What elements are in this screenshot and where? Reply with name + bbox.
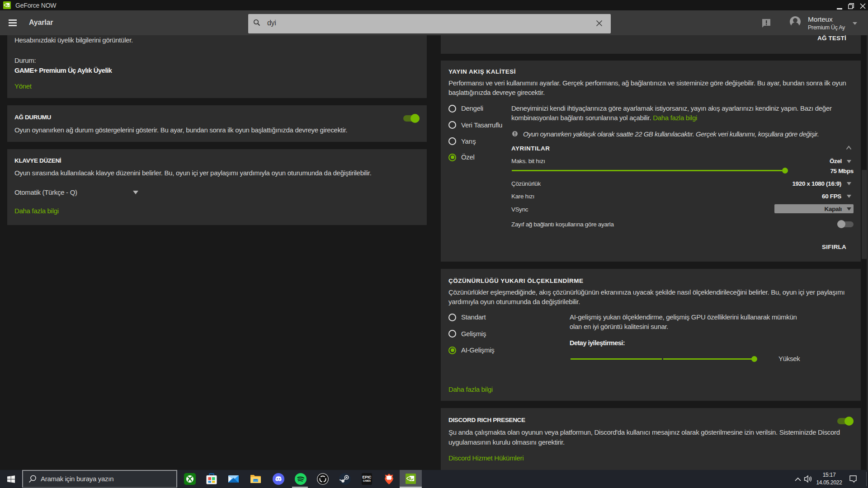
- svg-text:GAMES: GAMES: [363, 480, 371, 482]
- svg-text:EPIC: EPIC: [363, 475, 372, 479]
